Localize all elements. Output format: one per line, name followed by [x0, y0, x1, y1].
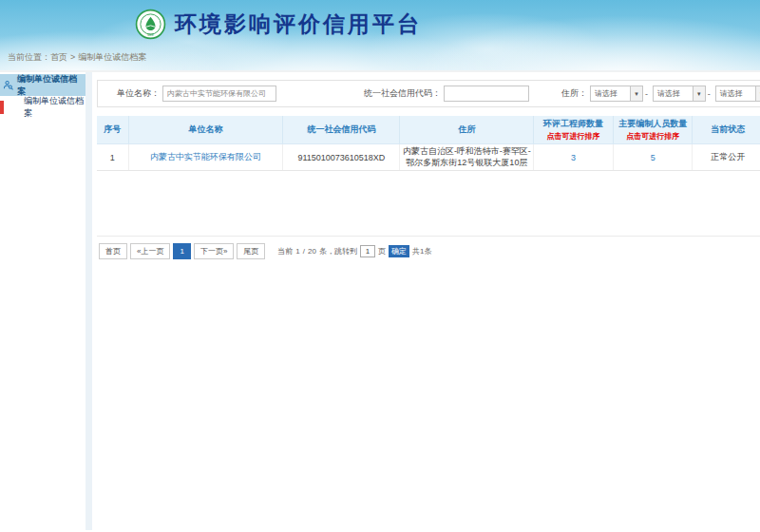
page: MEE 环境影响评价信用平台 当前位置：首页>编制单位诚信档案 编制单位诚	[0, 0, 760, 532]
cell-engineer-count: 3	[534, 144, 614, 171]
col-unit-name: 单位名称	[128, 116, 283, 144]
district-select[interactable]: 请选择 ▾	[715, 86, 760, 102]
jump-unit: 页	[378, 246, 386, 256]
prev-page-button[interactable]: «上一页	[130, 243, 170, 259]
current-page: 1	[295, 247, 299, 256]
cell-credit-code: 9115010073610518XD	[283, 144, 400, 171]
sidebar-item-archive[interactable]: 编制单位诚信档案	[0, 96, 86, 119]
next-page-button[interactable]: 下一页»	[194, 243, 234, 259]
current-label: 当前	[277, 246, 293, 256]
page-slash: /	[303, 247, 305, 256]
jump-label: 条，跳转到	[319, 246, 357, 256]
sort-hint: 点击可进行排序	[535, 131, 612, 142]
address-label: 住所：	[561, 87, 587, 100]
unit-name-label: 单位名称：	[117, 87, 160, 100]
results-table: 序号 单位名称 统一社会信用代码 住所 环评工程师数量 点击可进行排序 主要编制…	[97, 116, 760, 171]
active-marker	[0, 101, 4, 114]
pagination-info: 当前 1 / 20 条，跳转到 页 确定 共1条	[277, 245, 431, 257]
unit-name-link[interactable]: 内蒙古中实节能环保有限公司	[150, 152, 261, 162]
city-select[interactable]: 请选择 ▾	[653, 86, 706, 102]
unit-name-input[interactable]	[162, 86, 276, 102]
person-search-icon	[3, 80, 13, 90]
sidebar-header[interactable]: 编制单位诚信档案	[0, 74, 86, 96]
total-count: 共1条	[412, 246, 431, 256]
total-pages: 20	[308, 247, 316, 256]
city-select-value: 请选择	[654, 86, 693, 101]
sidebar-header-label: 编制单位诚信档案	[17, 73, 83, 98]
col-credit-code: 统一社会信用代码	[283, 116, 400, 144]
cell-unit-name: 内蒙古中实节能环保有限公司	[128, 144, 283, 171]
engineer-count-link[interactable]: 3	[571, 153, 576, 162]
content-body: 编制单位诚信档案 编制单位诚信档案 单位名称： 统一社会信用代码： 住所： 请选…	[0, 72, 760, 530]
col-staff-count-label: 主要编制人员数量	[615, 118, 692, 130]
col-staff-count-sort[interactable]: 主要编制人员数量 点击可进行排序	[613, 116, 693, 144]
cell-staff-count: 5	[613, 144, 693, 171]
col-engineer-count-label: 环评工程师数量	[535, 118, 612, 130]
search-panel: 单位名称： 统一社会信用代码： 住所： 请选择 ▾ - 请选择 ▾ - 请选择 …	[97, 80, 760, 107]
table-row: 1 内蒙古中实节能环保有限公司 9115010073610518XD 内蒙古自治…	[97, 144, 760, 171]
first-page-button[interactable]: 首页	[99, 243, 127, 259]
col-address: 住所	[400, 116, 534, 144]
district-select-value: 请选择	[716, 86, 755, 101]
province-select-value: 请选择	[591, 86, 630, 101]
cell-index: 1	[97, 144, 128, 171]
credit-code-label: 统一社会信用代码：	[364, 87, 441, 100]
page-1-button[interactable]: 1	[173, 243, 190, 259]
select-separator: -	[708, 89, 711, 99]
sort-hint: 点击可进行排序	[615, 131, 692, 142]
brand: MEE 环境影响评价信用平台	[135, 9, 422, 40]
platform-title: 环境影响评价信用平台	[175, 10, 422, 39]
sidebar: 编制单位诚信档案 编制单位诚信档案	[0, 72, 92, 530]
confirm-button[interactable]: 确定	[389, 245, 409, 257]
province-select[interactable]: 请选择 ▾	[590, 86, 643, 102]
select-separator: -	[645, 89, 648, 99]
breadcrumb: 当前位置：首页>编制单位诚信档案	[8, 51, 146, 64]
pagination: 首页 «上一页 1 下一页» 尾页 当前 1 / 20 条，跳转到 页 确定 共…	[97, 236, 760, 259]
svg-text:MEE: MEE	[147, 33, 154, 37]
main-content: 单位名称： 统一社会信用代码： 住所： 请选择 ▾ - 请选择 ▾ - 请选择 …	[92, 72, 760, 530]
jump-page-input[interactable]	[360, 245, 375, 257]
sidebar-item-label: 编制单位诚信档案	[24, 95, 86, 120]
last-page-button[interactable]: 尾页	[237, 243, 265, 259]
staff-count-link[interactable]: 5	[651, 153, 656, 162]
chevron-down-icon: ▾	[693, 86, 705, 101]
app-header: MEE 环境影响评价信用平台 当前位置：首页>编制单位诚信档案	[0, 0, 760, 72]
breadcrumb-prefix: 当前位置：	[8, 52, 50, 62]
col-engineer-count-sort[interactable]: 环评工程师数量 点击可进行排序	[534, 116, 614, 144]
chevron-down-icon: ▾	[630, 86, 642, 101]
table-header-row: 序号 单位名称 统一社会信用代码 住所 环评工程师数量 点击可进行排序 主要编制…	[97, 116, 760, 144]
cell-address: 内蒙古自治区-呼和浩特市-赛罕区-鄂尔多斯东街12号银联大厦10层	[400, 144, 534, 171]
breadcrumb-current: 编制单位诚信档案	[78, 52, 146, 62]
col-index: 序号	[97, 116, 128, 144]
breadcrumb-separator: >	[70, 52, 75, 62]
mee-logo-icon: MEE	[135, 9, 166, 40]
breadcrumb-home-link[interactable]: 首页	[50, 52, 67, 62]
col-status: 当前状态	[693, 116, 760, 144]
chevron-down-icon: ▾	[755, 86, 760, 101]
cell-status: 正常公开	[693, 144, 760, 171]
credit-code-input[interactable]	[444, 86, 529, 102]
